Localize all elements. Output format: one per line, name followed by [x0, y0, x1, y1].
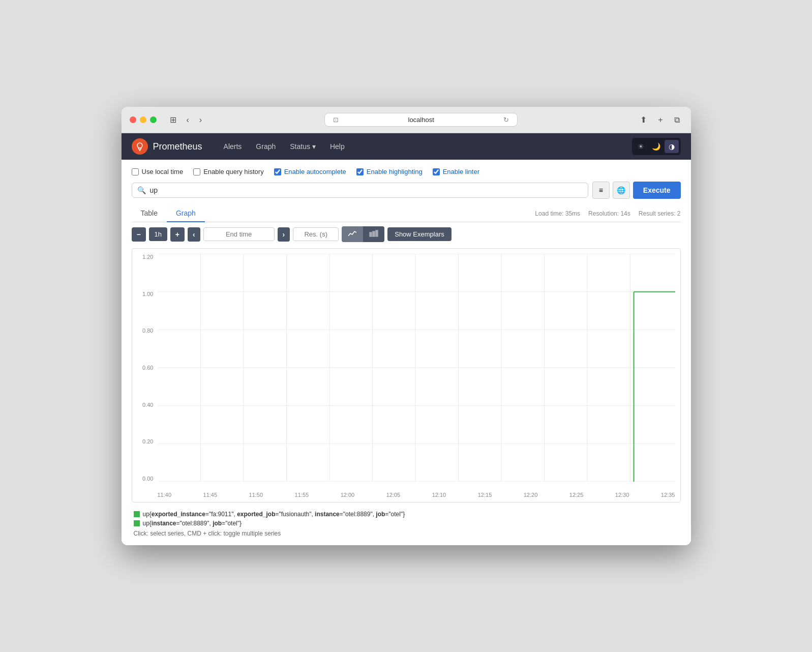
share-button[interactable]: ⬆: [637, 114, 650, 126]
browser-window: ⊞ ‹ › ⊡ localhost ↻ ⬆ + ⧉ Promet: [122, 107, 691, 545]
y-label-040: 0.40: [142, 402, 153, 408]
next-time-button[interactable]: ›: [278, 227, 290, 242]
search-icon: 🔍: [137, 186, 146, 194]
app-nav: Prometheus Alerts Graph Status ▾ Help ☀ …: [122, 133, 691, 160]
chart-container: 1.20 1.00 0.80 0.60 0.40 0.20 0.00: [132, 248, 681, 502]
tab-graph[interactable]: Graph: [167, 205, 205, 222]
x-label-1200: 12:00: [341, 492, 355, 498]
y-label-000: 0.00: [142, 476, 153, 482]
svg-rect-2: [373, 231, 375, 236]
use-local-time-label[interactable]: Use local time: [132, 168, 184, 175]
enable-query-history-checkbox[interactable]: [193, 168, 200, 175]
legend-label-2: up{instance="otel:8889", job="otel"}: [143, 520, 242, 527]
tabs: Table Graph: [132, 205, 205, 222]
svg-point-0: [137, 143, 142, 148]
browser-controls: ⊞ ‹ ›: [167, 114, 205, 126]
zoom-out-button[interactable]: −: [132, 227, 146, 242]
theme-light-button[interactable]: ☀: [634, 140, 648, 153]
theme-dim-button[interactable]: 🌙: [649, 140, 664, 153]
back-button[interactable]: ‹: [184, 114, 192, 126]
toolbar-row: Use local time Enable query history Enab…: [132, 168, 681, 175]
address-bar: ⊡ localhost ↻: [211, 113, 631, 127]
y-label-120: 1.20: [142, 254, 153, 260]
svg-rect-1: [370, 232, 372, 236]
y-label-060: 0.60: [142, 365, 153, 371]
enable-highlighting-label[interactable]: Enable highlighting: [356, 168, 423, 175]
maximize-button[interactable]: [150, 116, 157, 123]
prev-time-button[interactable]: ‹: [188, 227, 200, 242]
theme-switcher: ☀ 🌙 ◑: [632, 138, 681, 155]
globe-icon: 🌐: [617, 186, 625, 194]
y-label-080: 0.80: [142, 328, 153, 334]
forward-button[interactable]: ›: [196, 114, 205, 126]
x-label-1215: 12:15: [478, 492, 492, 498]
resolution-input[interactable]: [293, 227, 339, 241]
x-label-1155: 11:55: [295, 492, 309, 498]
y-axis: 1.20 1.00 0.80 0.60 0.40 0.20 0.00: [132, 254, 158, 482]
x-label-1205: 12:05: [386, 492, 401, 498]
enable-highlighting-checkbox[interactable]: [356, 168, 364, 175]
chart-svg: [158, 254, 675, 482]
nav-graph[interactable]: Graph: [250, 138, 282, 155]
traffic-lights: [130, 116, 157, 123]
theme-dark-button[interactable]: ◑: [665, 140, 679, 153]
legend: up{exported_instance="fa:9011", exported…: [132, 511, 681, 537]
line-chart-button[interactable]: [342, 226, 363, 242]
svg-rect-3: [376, 230, 378, 236]
close-button[interactable]: [130, 116, 136, 123]
refresh-icon[interactable]: ↻: [503, 116, 509, 124]
search-actions: ≡ 🌐 Execute: [592, 182, 681, 199]
page-icon: ⊡: [333, 116, 339, 124]
x-label-1230: 12:30: [615, 492, 629, 498]
graph-controls: − 1h + ‹ ›: [132, 226, 681, 242]
query-input[interactable]: [150, 186, 583, 194]
legend-swatch-1: [134, 511, 140, 517]
nav-status[interactable]: Status ▾: [284, 138, 322, 155]
enable-query-history-label[interactable]: Enable query history: [193, 168, 264, 175]
y-label-020: 0.20: [142, 438, 153, 444]
x-label-1220: 12:20: [524, 492, 538, 498]
enable-autocomplete-checkbox[interactable]: [274, 168, 281, 175]
x-label-1225: 12:25: [569, 492, 584, 498]
legend-item-1[interactable]: up{exported_instance="fa:9011", exported…: [134, 511, 679, 518]
enable-autocomplete-label[interactable]: Enable autocomplete: [274, 168, 346, 175]
nav-alerts[interactable]: Alerts: [218, 138, 248, 155]
tabs-view-button[interactable]: ⧉: [671, 114, 683, 126]
app-logo: Prometheus: [132, 138, 202, 155]
nav-help[interactable]: Help: [324, 138, 351, 155]
legend-hint: Click: select series, CMD + click: toggl…: [134, 530, 679, 537]
legend-swatch-2: [134, 520, 140, 526]
x-label-1140: 11:40: [158, 492, 172, 498]
svg-rect-25: [134, 520, 140, 526]
execute-button[interactable]: Execute: [633, 182, 681, 199]
search-row: 🔍 ≡ 🌐 Execute: [132, 182, 681, 199]
use-local-time-checkbox[interactable]: [132, 168, 139, 175]
legend-item-2[interactable]: up{instance="otel:8889", job="otel"}: [134, 520, 679, 527]
duration-label: 1h: [149, 227, 167, 241]
tabs-row: Table Graph Load time: 35ms Resolution: …: [132, 205, 681, 222]
show-exemplars-button[interactable]: Show Exemplars: [387, 227, 452, 241]
enable-linter-checkbox[interactable]: [433, 168, 440, 175]
end-time-input[interactable]: [203, 227, 275, 241]
tab-table[interactable]: Table: [132, 205, 167, 222]
resolution: Resolution: 14s: [588, 210, 630, 217]
browser-actions: ⬆ + ⧉: [637, 114, 682, 126]
metrics-explorer-button[interactable]: 🌐: [613, 182, 630, 199]
result-series: Result series: 2: [639, 210, 681, 217]
zoom-in-button[interactable]: +: [170, 227, 185, 242]
x-label-1150: 11:50: [249, 492, 263, 498]
url-display[interactable]: localhost: [343, 116, 499, 124]
format-icon: ≡: [599, 186, 603, 194]
sidebar-toggle-button[interactable]: ⊞: [167, 114, 179, 126]
x-label-1235: 12:35: [661, 492, 675, 498]
prometheus-logo-icon: [132, 138, 148, 155]
enable-linter-label[interactable]: Enable linter: [433, 168, 479, 175]
format-button[interactable]: ≡: [592, 182, 610, 199]
search-box[interactable]: 🔍: [132, 183, 588, 198]
minimize-button[interactable]: [140, 116, 146, 123]
stacked-chart-button[interactable]: [363, 226, 384, 242]
main-content: Use local time Enable query history Enab…: [122, 160, 691, 545]
browser-titlebar: ⊞ ‹ › ⊡ localhost ↻ ⬆ + ⧉: [122, 107, 691, 133]
x-label-1145: 11:45: [203, 492, 218, 498]
new-tab-button[interactable]: +: [655, 114, 666, 126]
